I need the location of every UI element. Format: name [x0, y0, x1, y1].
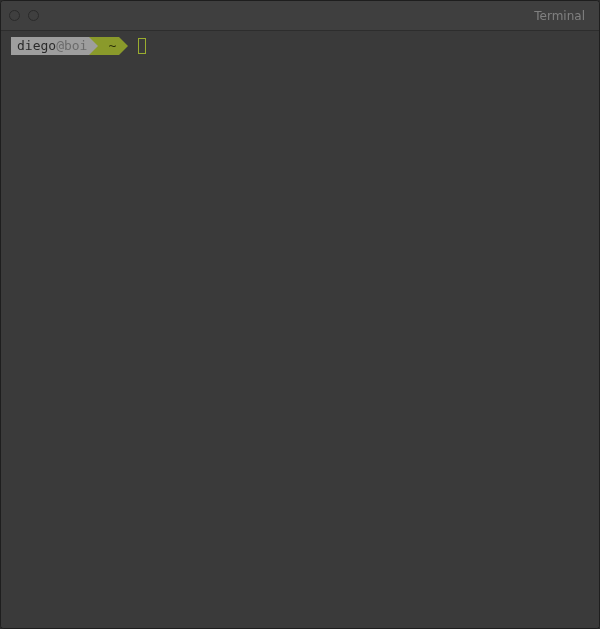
close-window-button[interactable]	[9, 10, 20, 21]
terminal-body[interactable]: diego@boi ~	[1, 31, 599, 628]
window-controls	[9, 10, 39, 21]
prompt-line: diego@boi ~	[11, 37, 589, 55]
prompt-cwd: ~	[108, 37, 116, 55]
powerline-separator-icon	[119, 37, 128, 55]
titlebar: Terminal	[1, 1, 599, 31]
prompt-at: @	[56, 37, 64, 55]
window-title: Terminal	[534, 9, 585, 23]
prompt-user-host-segment: diego@boi	[11, 37, 89, 55]
prompt-host: boi	[64, 37, 87, 55]
cursor-icon	[138, 38, 146, 54]
prompt-cwd-segment: ~	[98, 37, 119, 55]
minimize-window-button[interactable]	[28, 10, 39, 21]
prompt-user: diego	[17, 37, 56, 55]
terminal-window: Terminal diego@boi ~	[0, 0, 600, 629]
powerline-separator-icon	[89, 37, 98, 55]
